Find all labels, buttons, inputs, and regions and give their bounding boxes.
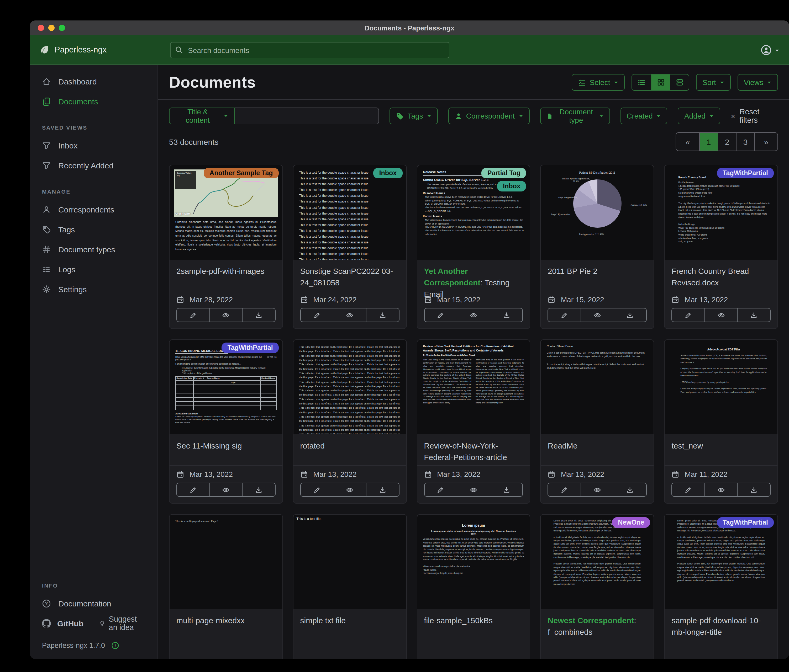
sidebar-item-documents[interactable]: Documents (30, 91, 158, 111)
sidebar-item-document-types[interactable]: Document types (30, 239, 158, 259)
edit-document-button[interactable] (301, 309, 333, 322)
edit-document-button[interactable] (177, 309, 209, 322)
view-document-button[interactable] (333, 309, 366, 322)
document-title[interactable]: Newest Correspondent: f_combineds (548, 615, 647, 638)
views-button[interactable]: Views (738, 74, 778, 91)
view-document-button[interactable] (457, 483, 490, 496)
tag-badge[interactable]: Partial Tag (482, 168, 526, 178)
download-document-button[interactable] (490, 309, 522, 322)
download-document-button[interactable] (737, 309, 770, 322)
search-input[interactable] (170, 42, 449, 58)
tag-badge[interactable]: Another Sample Tag (204, 168, 278, 178)
document-thumbnail[interactable]: This is a test for the double space char… (294, 165, 406, 260)
download-document-button[interactable] (613, 483, 646, 496)
document-thumbnail[interactable]: This is a multi page document. Page 1. (169, 514, 283, 609)
download-document-button[interactable] (242, 309, 275, 322)
view-document-button[interactable] (704, 309, 737, 322)
info-icon[interactable]: i (111, 642, 119, 650)
title-content-dropdown[interactable]: Title & content (169, 108, 235, 124)
tag-badge[interactable]: TagWithPartial (717, 517, 774, 528)
edit-document-button[interactable] (548, 483, 581, 496)
filter-created-button[interactable]: Created (620, 108, 668, 124)
edit-document-button[interactable] (672, 483, 704, 496)
document-title[interactable]: Sec 11-Missing sig (176, 440, 276, 452)
filter-added-button[interactable]: Added (678, 108, 720, 124)
download-document-button[interactable] (366, 309, 399, 322)
pagination-prev[interactable]: « (676, 133, 699, 151)
view-mode-grid[interactable] (651, 75, 670, 90)
document-thumbnail[interactable]: Review of New York Federal Petitions for… (417, 340, 530, 434)
pagination-page-1[interactable]: 1 (699, 133, 718, 151)
sidebar-item-suggest-idea[interactable]: Suggest an idea (99, 615, 145, 632)
document-thumbnail[interactable]: This is the text that appears on the fir… (294, 340, 406, 434)
sidebar-item-settings[interactable]: Settings (30, 279, 158, 299)
tag-badge[interactable]: Inbox (374, 168, 402, 178)
view-document-button[interactable] (581, 483, 613, 496)
document-title[interactable]: French Country Bread Revised.docx (671, 266, 771, 288)
download-document-button[interactable] (737, 483, 770, 496)
document-thumbnail[interactable]: Adobe Acrobat PDF FilesAdobe® Portable D… (664, 340, 778, 434)
view-document-button[interactable] (333, 483, 366, 496)
reset-filters-button[interactable]: × Reset filters (731, 108, 778, 124)
document-title[interactable]: ReadMe (548, 440, 647, 452)
sidebar-item-documentation[interactable]: ? Documentation (30, 593, 158, 613)
document-thumbnail[interactable]: French Country BreadFor the Leaven 1 hea… (664, 165, 778, 260)
download-document-button[interactable] (613, 309, 646, 322)
view-mode-list[interactable] (632, 75, 651, 90)
edit-document-button[interactable] (177, 483, 209, 496)
document-thumbnail[interactable]: Boundary Waters TripGoogle EarthCurabitu… (169, 165, 283, 260)
view-mode-details[interactable] (670, 75, 689, 90)
edit-document-button[interactable] (425, 483, 457, 496)
sidebar-item-dashboard[interactable]: Dashboard (30, 71, 158, 91)
document-thumbnail[interactable]: Lorem ipsumLorem ipsum dolor sit amet, c… (417, 514, 530, 609)
download-document-button[interactable] (366, 483, 399, 496)
edit-document-button[interactable] (425, 309, 457, 322)
document-title[interactable]: sample-pdf-download-10-mb-longer-title (671, 615, 771, 638)
view-document-button[interactable] (704, 483, 737, 496)
sidebar-item-tags[interactable]: Tags (30, 219, 158, 239)
view-document-button[interactable] (209, 483, 242, 496)
document-title[interactable]: test_new (671, 440, 771, 452)
select-button[interactable]: Select (572, 74, 625, 91)
pagination-page-2[interactable]: 2 (718, 133, 736, 151)
pagination-page-3[interactable]: 3 (736, 133, 754, 151)
document-thumbnail[interactable]: Lorem ipsum dolor sit amet, consectetur … (541, 514, 654, 609)
edit-document-button[interactable] (672, 309, 704, 322)
pagination-next[interactable]: » (754, 133, 778, 151)
tag-badge[interactable]: Inbox (497, 181, 526, 191)
document-thumbnail[interactable]: 11. CONTINUING MEDICAL EDUCAHave you par… (169, 340, 283, 434)
user-menu[interactable] (761, 44, 779, 55)
filter-document-type-button[interactable]: Document type (540, 108, 610, 124)
document-correspondent[interactable]: Yet Another Correspondent (424, 266, 480, 287)
close-window-button[interactable] (38, 25, 44, 31)
tag-badge[interactable]: NewOne (612, 517, 650, 528)
brand[interactable]: Paperless-ngx (39, 45, 107, 55)
edit-document-button[interactable] (548, 309, 581, 322)
document-thumbnail[interactable]: This is a test file. (294, 514, 406, 609)
document-title[interactable]: Sonstige ScanPC2022 03-24_081058 (300, 266, 399, 288)
view-document-button[interactable] (581, 309, 613, 322)
view-document-button[interactable] (457, 309, 490, 322)
tag-badge[interactable]: TagWithPartial (222, 342, 279, 353)
edit-document-button[interactable] (301, 483, 333, 496)
minimize-window-button[interactable] (48, 25, 54, 31)
document-thumbnail[interactable]: Lorem ipsum dolor sit amet, consectetur … (664, 514, 778, 609)
tag-badge[interactable]: TagWithPartial (717, 168, 774, 178)
document-title[interactable]: Review-of-New-York-Federal-Petitions-art… (424, 440, 523, 463)
document-thumbnail[interactable]: Patient BP Distribution 2011Isolated Sys… (541, 165, 654, 260)
document-title[interactable]: file-sample_150kBs (424, 615, 523, 626)
document-title[interactable]: multi-page-mixedxx (176, 615, 276, 626)
document-title[interactable]: rotated (300, 440, 399, 452)
sidebar-item-correspondents[interactable]: Correspondents (30, 199, 158, 219)
sidebar-item-inbox[interactable]: Inbox (30, 135, 158, 155)
document-thumbnail[interactable]: Contact Sheet DemoGiven a set of image f… (541, 340, 654, 434)
sidebar-item-github[interactable]: GitHub (42, 619, 83, 628)
document-title[interactable]: 2011 BP Pie 2 (548, 266, 647, 277)
document-title[interactable]: 2sample-pdf-with-images (176, 266, 276, 277)
view-document-button[interactable] (209, 309, 242, 322)
sort-button[interactable]: Sort (696, 74, 730, 91)
download-document-button[interactable] (242, 483, 275, 496)
zoom-window-button[interactable] (59, 25, 65, 31)
title-content-input[interactable] (235, 108, 379, 124)
download-document-button[interactable] (490, 483, 522, 496)
